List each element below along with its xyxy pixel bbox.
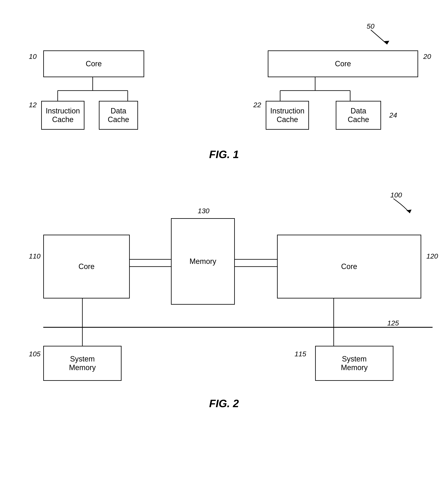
svg-marker-0 bbox=[384, 41, 389, 44]
fig1-left-dcache-box: Data Cache bbox=[99, 101, 138, 130]
fig1-right-icache-label: Instruction Cache bbox=[270, 107, 305, 124]
ref-115: 115 bbox=[295, 350, 306, 358]
ref-20: 20 bbox=[423, 53, 431, 60]
fig1-left-icache-label: Instruction Cache bbox=[46, 107, 80, 124]
fig1-left-icache-box: Instruction Cache bbox=[41, 101, 84, 130]
fig2-right-sysmem-label: System Memory bbox=[341, 355, 368, 372]
ref-105: 105 bbox=[29, 350, 41, 358]
fig1-right-icache-box: Instruction Cache bbox=[266, 101, 309, 130]
ref-120: 120 bbox=[426, 252, 438, 260]
ref-10: 10 bbox=[29, 53, 37, 60]
fig1-right-core-label: Core bbox=[335, 60, 351, 68]
fig2-right-core-label: Core bbox=[341, 262, 357, 271]
fig1-left-core-label: Core bbox=[86, 60, 102, 68]
svg-marker-9 bbox=[406, 210, 412, 213]
fig1-left-core-box: Core bbox=[43, 50, 144, 77]
fig1-right-dcache-label: Data Cache bbox=[348, 107, 369, 124]
ref-24: 24 bbox=[389, 111, 397, 119]
fig2-left-sysmem-label: System Memory bbox=[69, 355, 96, 372]
ref-130: 130 bbox=[198, 207, 210, 215]
main-container: 50 10 Core 12 Instruction Cache 14 Data … bbox=[0, 0, 448, 422]
ref-12: 12 bbox=[29, 101, 37, 109]
fig2-left-core-label: Core bbox=[78, 262, 95, 271]
fig2-left-sysmem-box: System Memory bbox=[43, 346, 122, 381]
fig1-right-core-box: Core bbox=[268, 50, 418, 77]
fig2-memory-box: Memory bbox=[171, 218, 235, 305]
fig2-right-sysmem-box: System Memory bbox=[315, 346, 394, 381]
ref-22: 22 bbox=[253, 101, 261, 109]
fig2-right-core-box: Core bbox=[277, 235, 421, 299]
fig2-memory-label: Memory bbox=[190, 257, 216, 266]
fig2-title: FIG. 2 bbox=[16, 397, 432, 410]
ref-50: 50 bbox=[367, 22, 374, 30]
ref-125: 125 bbox=[387, 319, 399, 327]
fig1-title: FIG. 1 bbox=[16, 148, 432, 160]
ref-100: 100 bbox=[390, 191, 402, 199]
fig1-left-dcache-label: Data Cache bbox=[108, 107, 129, 124]
fig1-area: 50 10 Core 12 Instruction Cache 14 Data … bbox=[16, 12, 432, 140]
fig2-area: 100 110 Core 130 Memory 120 Core 125 105… bbox=[16, 177, 432, 393]
ref-110: 110 bbox=[29, 252, 41, 260]
fig2-left-core-box: Core bbox=[43, 235, 130, 299]
fig1-right-dcache-box: Data Cache bbox=[336, 101, 381, 130]
